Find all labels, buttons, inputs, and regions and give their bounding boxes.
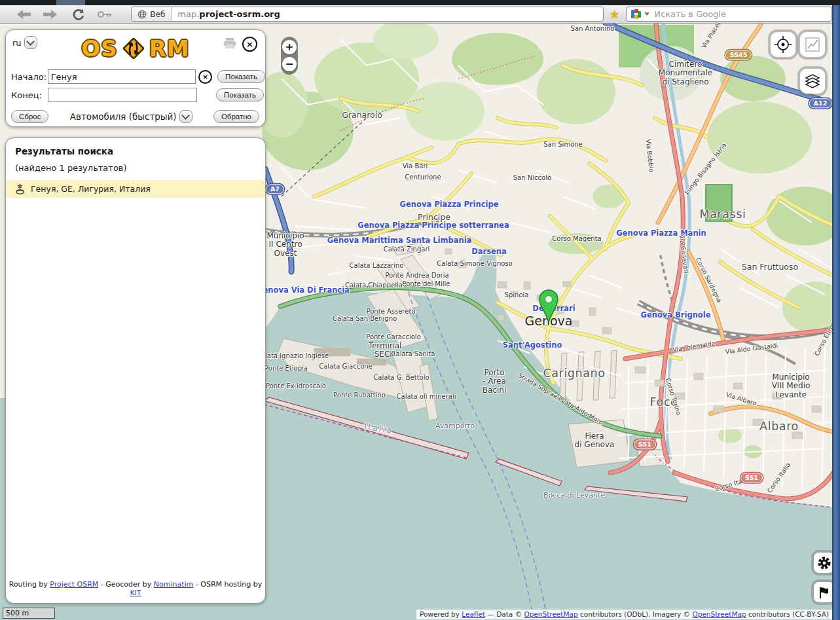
logo-rm-text: RM xyxy=(149,35,190,62)
clear-start-icon[interactable]: × xyxy=(198,70,212,84)
kit-link[interactable]: KIT xyxy=(130,589,141,597)
forward-button[interactable] xyxy=(41,7,60,22)
reload-button[interactable] xyxy=(69,7,88,22)
chart-icon xyxy=(804,36,821,53)
result-text: Генуя, GE, Лигурия, Италия xyxy=(31,184,151,194)
nominatim-link[interactable]: Nominatim xyxy=(154,580,194,589)
url-text[interactable]: map.project-osrm.org xyxy=(172,9,285,19)
flag-icon xyxy=(817,585,831,600)
results-title: Результаты поиска xyxy=(15,146,113,156)
titlebar-tab xyxy=(56,0,85,5)
zoom-out-button[interactable]: − xyxy=(282,57,297,71)
show-end-button[interactable]: Показать xyxy=(216,88,264,101)
arrow-right-icon xyxy=(43,10,57,19)
routing-panel: ru OS RM × Начало: × Показать Конец: Пок… xyxy=(5,29,266,127)
back-button[interactable] xyxy=(14,7,34,22)
road-sign-icon xyxy=(119,34,148,63)
results-panel: Результаты поиска (найдено 1 результатов… xyxy=(5,137,266,604)
window-edge xyxy=(832,5,840,620)
reload-icon xyxy=(72,8,85,21)
layers-icon xyxy=(803,72,822,90)
locate-button[interactable] xyxy=(771,32,795,57)
google-icon xyxy=(631,9,641,19)
window-titlebar xyxy=(0,0,840,5)
transport-mode-label: Автомобиля (быстрый) xyxy=(70,111,177,122)
browser-toolbar: Веб map.project-osrm.org ★ xyxy=(0,5,832,24)
start-label: Начало: xyxy=(11,72,48,82)
crosshair-icon xyxy=(774,35,792,54)
logo-os-text: OS xyxy=(81,35,117,62)
arrow-left-icon xyxy=(17,10,31,19)
password-key-button[interactable] xyxy=(95,7,115,22)
print-icon[interactable] xyxy=(223,38,236,51)
search-result-row[interactable]: Генуя, GE, Лигурия, Италия xyxy=(6,180,265,198)
search-engine-dropdown-icon[interactable] xyxy=(644,12,649,16)
stadium xyxy=(706,185,732,221)
globe-icon xyxy=(137,10,147,19)
osm-link[interactable]: OpenStreetMap xyxy=(524,610,577,618)
web-search-box xyxy=(626,7,832,22)
reset-button[interactable]: Сброс xyxy=(11,110,48,123)
map-attribution: Powered by Leaflet — Data © OpenStreetMa… xyxy=(416,609,832,619)
transport-mode-dropdown[interactable] xyxy=(179,110,192,123)
attribution-text: contributors (ODbL), Imagery © xyxy=(578,610,693,618)
start-input[interactable] xyxy=(48,69,196,84)
city-icon xyxy=(15,183,25,194)
map-scale: 500 m xyxy=(3,608,55,619)
attribution-text: contributors (CC-BY-SA) xyxy=(746,610,829,618)
attribution-text: — Data © xyxy=(485,610,524,618)
reverse-button[interactable]: Обратно xyxy=(213,110,259,123)
flag-button[interactable] xyxy=(814,582,834,602)
results-count: (найдено 1 результатов) xyxy=(15,163,127,173)
panel-footer: Routing by Project OSRM - Geocoder by No… xyxy=(6,580,265,597)
end-label: Конец: xyxy=(11,90,48,100)
osm-link[interactable]: OpenStreetMap xyxy=(692,610,746,618)
layers-button[interactable] xyxy=(800,69,825,94)
leaflet-link[interactable]: Leaflet xyxy=(462,610,485,618)
site-identity-chip[interactable]: Веб xyxy=(132,7,172,21)
key-icon xyxy=(97,10,113,19)
close-panel-icon[interactable]: × xyxy=(242,37,257,52)
project-osrm-link[interactable]: Project OSRM xyxy=(50,580,98,589)
map-marker[interactable] xyxy=(534,287,563,323)
elevation-profile-button[interactable] xyxy=(800,32,825,57)
settings-button[interactable] xyxy=(814,553,834,573)
show-start-button[interactable]: Показать xyxy=(217,70,265,83)
bookmark-star-icon[interactable]: ★ xyxy=(610,8,619,21)
zoom-control: + − xyxy=(281,37,298,75)
address-bar: Веб map.project-osrm.org xyxy=(131,7,604,22)
site-identity-label: Веб xyxy=(150,10,165,19)
gear-icon xyxy=(817,556,831,570)
attribution-text: Powered by xyxy=(420,610,462,618)
end-input[interactable] xyxy=(48,88,197,102)
zoom-in-button[interactable]: + xyxy=(282,40,297,54)
language-label: ru xyxy=(12,38,22,48)
language-dropdown[interactable] xyxy=(24,36,37,49)
search-input[interactable] xyxy=(653,9,827,20)
